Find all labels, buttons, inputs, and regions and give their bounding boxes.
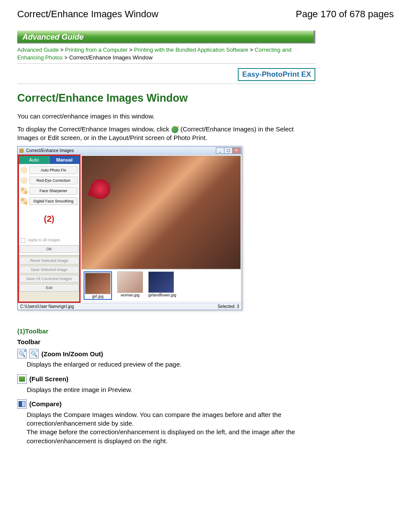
breadcrumb-current: Correct/Enhance Images Window bbox=[69, 54, 153, 61]
options-panel: Auto Photo Fix Red-Eye Correction Face S… bbox=[19, 164, 80, 255]
breadcrumb-link[interactable]: Printing with the Bundled Application So… bbox=[134, 47, 248, 53]
thumbnail-label: woman.jpg bbox=[117, 293, 143, 297]
fullscreen-icon bbox=[17, 374, 27, 384]
compare-icon-line: (Compare) bbox=[17, 399, 394, 409]
thumbnail-image bbox=[85, 273, 111, 294]
text-fragment: To display the Correct/Enhance Images wi… bbox=[17, 125, 171, 133]
thumbnail-item[interactable]: girl.jpg bbox=[84, 271, 112, 300]
thumbnail-image bbox=[117, 271, 143, 293]
option-face-sharpener[interactable]: Face Sharpener bbox=[19, 186, 79, 196]
compare-label: (Compare) bbox=[29, 400, 62, 408]
compare-icon bbox=[17, 399, 27, 409]
divider bbox=[17, 63, 315, 64]
option-digital-face-smoothing[interactable]: Digital Face Smoothing bbox=[19, 196, 79, 206]
thumbnail-row: girl.jpg woman.jpg girlandflower.jpg bbox=[81, 269, 241, 302]
advanced-guide-banner: Advanced Guide bbox=[17, 31, 315, 44]
save-all-corrected-button[interactable]: Save All Corrected Images bbox=[19, 275, 79, 283]
dialog-screenshot: Correct/Enhance Images _ ▢ ✕ Auto Manual… bbox=[17, 146, 242, 310]
status-path: C:\Users\User Name\girl.jpg bbox=[20, 304, 74, 309]
page-counter: Page 170 of 678 pages bbox=[296, 9, 394, 20]
breadcrumb-sep: > bbox=[64, 54, 69, 61]
thumbnail-image bbox=[148, 271, 174, 293]
face-sharpener-icon bbox=[21, 187, 28, 194]
close-icon[interactable]: ✕ bbox=[232, 147, 241, 154]
intro-text: You can correct/enhance images in this w… bbox=[17, 112, 315, 121]
thumbnail-item[interactable]: girlandflower.jpg bbox=[148, 271, 174, 300]
exit-button[interactable]: Exit bbox=[19, 284, 79, 292]
correct-enhance-icon bbox=[171, 126, 179, 134]
breadcrumb-sep: > bbox=[60, 47, 65, 53]
apply-all-label: Apply to all images bbox=[28, 238, 60, 242]
option-label: Red-Eye Correction bbox=[29, 177, 78, 184]
mode-tabs: Auto Manual bbox=[19, 156, 80, 164]
dialog-title-text: Correct/Enhance Images bbox=[26, 148, 74, 153]
apply-all-checkbox[interactable]: Apply to all images bbox=[19, 237, 79, 243]
fullscreen-label: (Full Screen) bbox=[29, 375, 68, 383]
option-label: Face Sharpener bbox=[29, 187, 78, 195]
zoom-description: Displays the enlarged or reduced preview… bbox=[27, 360, 315, 369]
flower-decoration bbox=[88, 177, 113, 202]
breadcrumb-link[interactable]: Advanced Guide bbox=[17, 47, 59, 53]
reset-selected-button[interactable]: Reset Selected Image bbox=[19, 257, 79, 264]
toolbar-subtitle: Toolbar bbox=[17, 338, 394, 345]
option-red-eye[interactable]: Red-Eye Correction bbox=[19, 175, 79, 186]
maximize-icon[interactable]: ▢ bbox=[224, 147, 233, 154]
tab-manual[interactable]: Manual bbox=[49, 156, 80, 164]
option-label: Digital Face Smoothing bbox=[29, 197, 78, 205]
thumbnail-item[interactable]: woman.jpg bbox=[117, 271, 143, 300]
dialog-statusbar: C:\Users\User Name\girl.jpg Selected: 3 bbox=[18, 303, 242, 310]
thumbnail-label: girl.jpg bbox=[85, 294, 111, 299]
breadcrumb-link[interactable]: Printing from a Computer bbox=[65, 47, 128, 53]
option-label: Auto Photo Fix bbox=[29, 166, 78, 174]
fullscreen-icon-line: (Full Screen) bbox=[17, 374, 394, 384]
option-auto-photo-fix[interactable]: Auto Photo Fix bbox=[19, 165, 79, 175]
zoom-icons-line: (Zoom In/Zoom Out) bbox=[17, 349, 394, 358]
red-eye-icon bbox=[21, 177, 28, 184]
zoom-in-icon bbox=[17, 349, 27, 358]
status-selected: Selected: 3 bbox=[218, 304, 239, 309]
page-title: Correct/Enhance Images Window bbox=[17, 9, 159, 20]
breadcrumb: Advanced Guide > Printing from a Compute… bbox=[17, 46, 315, 62]
callout-2-label: (2) bbox=[19, 214, 79, 224]
dialog-title: Correct/Enhance Images bbox=[19, 148, 74, 153]
zoom-label: (Zoom In/Zoom Out) bbox=[41, 350, 103, 358]
page-heading: Correct/Enhance Images Window bbox=[17, 92, 394, 104]
thumbnail-label: girlandflower.jpg bbox=[148, 293, 174, 297]
intro-text: To display the Correct/Enhance Images wi… bbox=[17, 125, 315, 142]
ok-button[interactable]: OK bbox=[19, 245, 79, 253]
minimize-icon[interactable]: _ bbox=[216, 147, 224, 154]
divider bbox=[17, 84, 315, 84]
window-controls: _ ▢ ✕ bbox=[216, 147, 241, 154]
section-title-toolbar: (1)Toolbar bbox=[17, 327, 394, 335]
easy-photoprint-badge: Easy-PhotoPrint EX bbox=[238, 68, 315, 81]
dialog-titlebar: Correct/Enhance Images _ ▢ ✕ bbox=[18, 146, 242, 155]
compare-description: Displays the Compare Images window. You … bbox=[27, 411, 315, 445]
preview-image bbox=[81, 156, 241, 269]
breadcrumb-sep: > bbox=[129, 47, 134, 53]
digital-face-smoothing-icon bbox=[21, 198, 28, 205]
left-panel: Auto Manual Auto Photo Fix Red-Eye Corre… bbox=[18, 155, 81, 303]
fullscreen-description: Displays the entire image in Preview. bbox=[27, 386, 315, 394]
breadcrumb-sep: > bbox=[250, 47, 255, 53]
save-selected-button[interactable]: Save Selected Image bbox=[19, 266, 79, 274]
auto-photo-fix-icon bbox=[21, 167, 28, 174]
right-panel: (1) 🔍 🔍 ▣ ◫ girl.jpg woman.jpg bbox=[81, 155, 242, 303]
zoom-out-icon bbox=[29, 349, 39, 358]
tab-auto[interactable]: Auto bbox=[19, 156, 49, 164]
